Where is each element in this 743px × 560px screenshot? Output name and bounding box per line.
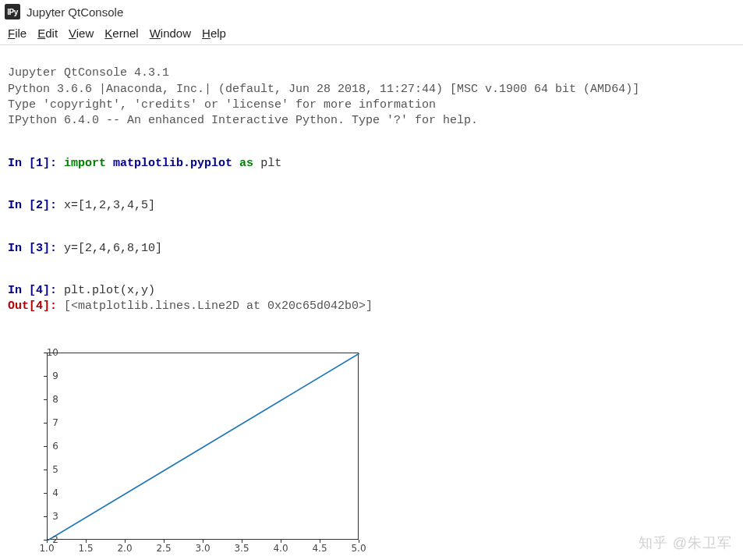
keyword-import: import — [64, 157, 106, 170]
cell-4: In [4]: plt.plot(x,y) Out[4]: [<matplotl… — [8, 283, 735, 315]
banner-line: IPython 6.4.0 -- An enhanced Interactive… — [8, 114, 478, 127]
console-output[interactable]: Jupyter QtConsole 4.3.1 Python 3.6.6 |An… — [0, 45, 743, 342]
y-tick-label: 4 — [35, 487, 58, 498]
y-tick-mark-icon — [44, 470, 47, 470]
input-prompt: In [1]: — [8, 157, 64, 170]
menu-kernel[interactable]: Kernel — [104, 27, 138, 40]
menu-help[interactable]: Help — [202, 27, 226, 40]
y-tick-label: 3 — [35, 511, 58, 522]
plot-output: 23456789101.01.52.02.53.03.54.04.55.0 — [8, 345, 743, 560]
x-tick-label: 1.5 — [78, 543, 93, 554]
x-tick-mark-icon — [125, 540, 126, 543]
cell-2: In [2]: x=[1,2,3,4,5] — [8, 198, 735, 214]
x-tick-label: 5.0 — [351, 543, 366, 554]
input-prompt: In [2]: — [8, 199, 64, 212]
x-tick-label: 4.5 — [312, 543, 327, 554]
y-tick-mark-icon — [44, 516, 47, 517]
banner-line: Type 'copyright', 'credits' or 'license'… — [8, 98, 436, 112]
menu-edit[interactable]: Edit — [37, 27, 58, 40]
input-prompt: In [4]: — [8, 284, 64, 297]
x-tick-mark-icon — [47, 540, 48, 543]
y-tick-label: 9 — [35, 370, 58, 381]
menubar: File Edit View Kernel Window Help — [0, 22, 743, 45]
y-tick-label: 7 — [35, 417, 58, 428]
app-logo-icon: IPy — [5, 4, 20, 19]
x-tick-label: 2.0 — [117, 543, 132, 554]
input-prompt: In [3]: — [8, 242, 64, 255]
x-tick-mark-icon — [86, 540, 87, 543]
y-tick-label: 8 — [35, 394, 58, 405]
alias-name: plt — [260, 157, 281, 170]
x-tick-mark-icon — [203, 540, 203, 543]
x-tick-mark-icon — [359, 540, 359, 543]
y-tick-mark-icon — [44, 493, 47, 494]
matplotlib-figure: 23456789101.01.52.02.53.03.54.04.55.0 — [8, 345, 374, 560]
x-tick-label: 4.0 — [273, 543, 288, 554]
x-tick-mark-icon — [164, 540, 165, 543]
cell-1: In [1]: import matplotlib.pyplot as plt — [8, 156, 735, 172]
y-tick-label: 5 — [35, 464, 58, 475]
code-text: y=[2,4,6,8,10] — [64, 242, 162, 255]
x-tick-label: 3.5 — [234, 543, 249, 554]
watermark-text: 知乎 @朱卫军 — [639, 533, 732, 552]
y-tick-mark-icon — [44, 399, 47, 400]
menu-file[interactable]: File — [8, 27, 27, 40]
module-name: matplotlib.pyplot — [113, 157, 232, 170]
x-tick-label: 2.5 — [156, 543, 171, 554]
plot-line-icon — [48, 353, 359, 541]
output-prompt: Out[4]: — [8, 299, 64, 313]
banner-line: Python 3.6.6 |Anaconda, Inc.| (default, … — [8, 83, 639, 96]
output-value: [<matplotlib.lines.Line2D at 0x20c65d042… — [64, 299, 373, 313]
y-tick-mark-icon — [44, 376, 47, 377]
banner-line: Jupyter QtConsole 4.3.1 — [8, 66, 169, 80]
y-tick-mark-icon — [44, 423, 47, 424]
x-tick-mark-icon — [320, 540, 320, 543]
window-title: Jupyter QtConsole — [27, 5, 123, 19]
menu-view[interactable]: View — [69, 27, 94, 40]
y-tick-label: 10 — [35, 347, 58, 358]
code-text: plt.plot(x,y) — [64, 284, 155, 297]
y-tick-mark-icon — [44, 446, 47, 447]
y-tick-mark-icon — [44, 353, 47, 353]
console-banner: Jupyter QtConsole 4.3.1 Python 3.6.6 |An… — [8, 66, 735, 129]
keyword-as: as — [239, 157, 253, 170]
x-tick-label: 1.0 — [39, 543, 54, 554]
x-tick-mark-icon — [242, 540, 242, 543]
cell-3: In [3]: y=[2,4,6,8,10] — [8, 241, 735, 257]
y-tick-label: 6 — [35, 441, 58, 452]
x-tick-label: 3.0 — [195, 543, 210, 554]
code-text: x=[1,2,3,4,5] — [64, 199, 155, 212]
plot-axes — [47, 353, 359, 540]
menu-window[interactable]: Window — [150, 27, 191, 40]
titlebar: IPy Jupyter QtConsole — [0, 0, 743, 22]
x-tick-mark-icon — [281, 540, 281, 543]
